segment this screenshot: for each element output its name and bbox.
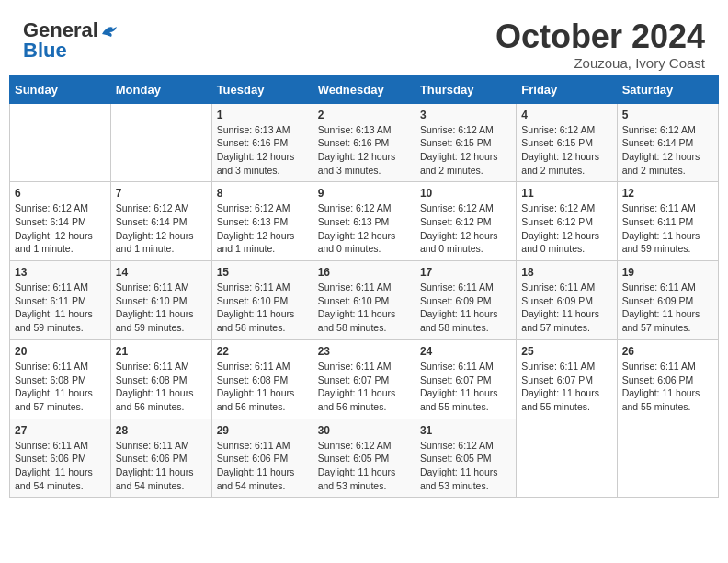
- calendar-cell: 28Sunrise: 6:11 AM Sunset: 6:06 PM Dayli…: [110, 419, 211, 498]
- day-number: 13: [15, 266, 106, 279]
- day-number: 15: [217, 266, 308, 279]
- day-info: Sunrise: 6:11 AM Sunset: 6:06 PM Dayligh…: [15, 439, 106, 493]
- day-info: Sunrise: 6:11 AM Sunset: 6:10 PM Dayligh…: [116, 281, 207, 335]
- logo-text-blue: Blue: [23, 39, 67, 63]
- day-info: Sunrise: 6:12 AM Sunset: 6:15 PM Dayligh…: [521, 123, 611, 178]
- weekday-header-tuesday: Tuesday: [211, 75, 313, 103]
- weekday-header-thursday: Thursday: [415, 75, 516, 103]
- calendar-cell: [10, 103, 111, 182]
- day-info: Sunrise: 6:11 AM Sunset: 6:07 PM Dayligh…: [420, 360, 511, 414]
- day-number: 9: [318, 187, 410, 200]
- day-number: 4: [521, 109, 611, 121]
- calendar-cell: 4Sunrise: 6:12 AM Sunset: 6:15 PM Daylig…: [517, 103, 617, 182]
- calendar-cell: 12Sunrise: 6:11 AM Sunset: 6:11 PM Dayli…: [617, 182, 718, 261]
- calendar-cell: [617, 419, 718, 498]
- calendar-table: SundayMondayTuesdayWednesdayThursdayFrid…: [9, 75, 719, 499]
- calendar-cell: 1Sunrise: 6:13 AM Sunset: 6:16 PM Daylig…: [211, 103, 313, 182]
- calendar-cell: 30Sunrise: 6:12 AM Sunset: 6:05 PM Dayli…: [313, 419, 415, 498]
- day-info: Sunrise: 6:11 AM Sunset: 6:10 PM Dayligh…: [217, 281, 308, 335]
- day-info: Sunrise: 6:11 AM Sunset: 6:07 PM Dayligh…: [521, 360, 611, 414]
- calendar-cell: 10Sunrise: 6:12 AM Sunset: 6:12 PM Dayli…: [415, 182, 516, 261]
- day-info: Sunrise: 6:11 AM Sunset: 6:07 PM Dayligh…: [318, 360, 410, 414]
- calendar-cell: 21Sunrise: 6:11 AM Sunset: 6:08 PM Dayli…: [110, 339, 211, 419]
- calendar-cell: [517, 419, 617, 498]
- weekday-header-friday: Friday: [517, 75, 617, 103]
- day-number: 10: [420, 187, 511, 200]
- day-info: Sunrise: 6:11 AM Sunset: 6:11 PM Dayligh…: [15, 281, 106, 335]
- day-info: Sunrise: 6:12 AM Sunset: 6:12 PM Dayligh…: [420, 201, 511, 256]
- weekday-header-monday: Monday: [110, 75, 211, 103]
- day-number: 25: [521, 345, 611, 358]
- logo: General Blue: [23, 18, 120, 63]
- day-info: Sunrise: 6:12 AM Sunset: 6:13 PM Dayligh…: [318, 201, 410, 256]
- calendar-cell: 22Sunrise: 6:11 AM Sunset: 6:08 PM Dayli…: [211, 339, 313, 419]
- calendar-cell: 27Sunrise: 6:11 AM Sunset: 6:06 PM Dayli…: [10, 419, 111, 498]
- day-info: Sunrise: 6:11 AM Sunset: 6:06 PM Dayligh…: [622, 360, 713, 414]
- day-info: Sunrise: 6:11 AM Sunset: 6:06 PM Dayligh…: [116, 439, 207, 493]
- calendar-cell: 19Sunrise: 6:11 AM Sunset: 6:09 PM Dayli…: [617, 261, 718, 340]
- day-number: 20: [15, 345, 106, 358]
- location-subtitle: Zouzoua, Ivory Coast: [495, 55, 705, 71]
- weekday-header-sunday: Sunday: [10, 75, 111, 103]
- day-info: Sunrise: 6:11 AM Sunset: 6:08 PM Dayligh…: [116, 360, 207, 414]
- day-number: 19: [622, 266, 713, 279]
- day-info: Sunrise: 6:12 AM Sunset: 6:14 PM Dayligh…: [622, 123, 713, 178]
- calendar-cell: 26Sunrise: 6:11 AM Sunset: 6:06 PM Dayli…: [617, 339, 718, 419]
- calendar-cell: 11Sunrise: 6:12 AM Sunset: 6:12 PM Dayli…: [517, 182, 617, 261]
- calendar-cell: 31Sunrise: 6:12 AM Sunset: 6:05 PM Dayli…: [415, 419, 516, 498]
- day-number: 24: [420, 345, 511, 358]
- calendar-cell: 7Sunrise: 6:12 AM Sunset: 6:14 PM Daylig…: [110, 182, 211, 261]
- day-number: 30: [318, 424, 410, 437]
- calendar-cell: 2Sunrise: 6:13 AM Sunset: 6:16 PM Daylig…: [313, 103, 415, 182]
- day-info: Sunrise: 6:13 AM Sunset: 6:16 PM Dayligh…: [217, 123, 308, 178]
- day-number: 16: [318, 266, 410, 279]
- day-info: Sunrise: 6:11 AM Sunset: 6:08 PM Dayligh…: [15, 360, 106, 414]
- day-number: 6: [15, 187, 106, 200]
- day-info: Sunrise: 6:11 AM Sunset: 6:06 PM Dayligh…: [217, 439, 308, 493]
- calendar-cell: 18Sunrise: 6:11 AM Sunset: 6:09 PM Dayli…: [517, 261, 617, 340]
- day-info: Sunrise: 6:11 AM Sunset: 6:09 PM Dayligh…: [521, 281, 611, 335]
- day-info: Sunrise: 6:13 AM Sunset: 6:16 PM Dayligh…: [318, 123, 410, 178]
- calendar-cell: 14Sunrise: 6:11 AM Sunset: 6:10 PM Dayli…: [110, 261, 211, 340]
- day-info: Sunrise: 6:11 AM Sunset: 6:09 PM Dayligh…: [420, 281, 511, 335]
- day-info: Sunrise: 6:12 AM Sunset: 6:15 PM Dayligh…: [420, 123, 511, 178]
- day-number: 5: [622, 109, 713, 121]
- month-title: October 2024: [495, 18, 705, 55]
- day-number: 21: [116, 345, 207, 358]
- calendar-cell: 20Sunrise: 6:11 AM Sunset: 6:08 PM Dayli…: [10, 339, 111, 419]
- day-number: 14: [116, 266, 207, 279]
- day-number: 29: [217, 424, 308, 437]
- day-number: 31: [420, 424, 511, 437]
- day-number: 27: [15, 424, 106, 437]
- day-number: 17: [420, 266, 511, 279]
- calendar-cell: 29Sunrise: 6:11 AM Sunset: 6:06 PM Dayli…: [211, 419, 313, 498]
- page-header: General Blue October 2024 Zouzoua, Ivory…: [9, 9, 719, 75]
- day-info: Sunrise: 6:12 AM Sunset: 6:14 PM Dayligh…: [116, 201, 207, 256]
- calendar-cell: 9Sunrise: 6:12 AM Sunset: 6:13 PM Daylig…: [313, 182, 415, 261]
- day-info: Sunrise: 6:12 AM Sunset: 6:13 PM Dayligh…: [217, 201, 308, 256]
- calendar-cell: 15Sunrise: 6:11 AM Sunset: 6:10 PM Dayli…: [211, 261, 313, 340]
- day-info: Sunrise: 6:11 AM Sunset: 6:09 PM Dayligh…: [622, 281, 713, 335]
- day-number: 22: [217, 345, 308, 358]
- day-number: 12: [622, 187, 713, 200]
- calendar-cell: 6Sunrise: 6:12 AM Sunset: 6:14 PM Daylig…: [10, 182, 111, 261]
- day-info: Sunrise: 6:12 AM Sunset: 6:12 PM Dayligh…: [521, 201, 611, 256]
- day-number: 28: [116, 424, 207, 437]
- day-number: 26: [622, 345, 713, 358]
- calendar-cell: 3Sunrise: 6:12 AM Sunset: 6:15 PM Daylig…: [415, 103, 516, 182]
- day-info: Sunrise: 6:12 AM Sunset: 6:14 PM Dayligh…: [15, 201, 106, 256]
- calendar-cell: 25Sunrise: 6:11 AM Sunset: 6:07 PM Dayli…: [517, 339, 617, 419]
- calendar-cell: 8Sunrise: 6:12 AM Sunset: 6:13 PM Daylig…: [211, 182, 313, 261]
- day-number: 7: [116, 187, 207, 200]
- day-number: 1: [217, 109, 308, 121]
- day-number: 3: [420, 109, 511, 121]
- day-info: Sunrise: 6:12 AM Sunset: 6:05 PM Dayligh…: [318, 439, 410, 493]
- day-info: Sunrise: 6:12 AM Sunset: 6:05 PM Dayligh…: [420, 439, 511, 493]
- calendar-cell: 17Sunrise: 6:11 AM Sunset: 6:09 PM Dayli…: [415, 261, 516, 340]
- day-info: Sunrise: 6:11 AM Sunset: 6:10 PM Dayligh…: [318, 281, 410, 335]
- calendar-cell: 5Sunrise: 6:12 AM Sunset: 6:14 PM Daylig…: [617, 103, 718, 182]
- day-number: 2: [318, 109, 410, 121]
- calendar-cell: 16Sunrise: 6:11 AM Sunset: 6:10 PM Dayli…: [313, 261, 415, 340]
- calendar-cell: 13Sunrise: 6:11 AM Sunset: 6:11 PM Dayli…: [10, 261, 111, 340]
- weekday-header-saturday: Saturday: [617, 75, 718, 103]
